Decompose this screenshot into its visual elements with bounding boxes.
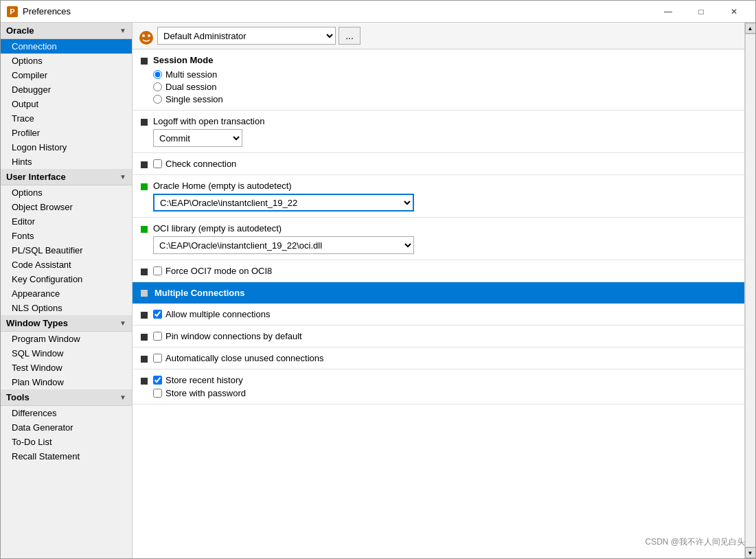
title-bar: P Preferences — □ ✕: [1, 1, 755, 23]
logoff-indicator: [141, 119, 148, 126]
sidebar-item-plan-window[interactable]: Plan Window: [1, 375, 132, 389]
sidebar-item-output[interactable]: Output: [1, 97, 132, 111]
store-history-section: Store recent history Store with password: [133, 369, 744, 404]
sidebar-items-oracle: Connection Options Compiler Debugger Out…: [1, 39, 132, 169]
sidebar-item-data-generator[interactable]: Data Generator: [1, 420, 132, 435]
close-button[interactable]: ✕: [718, 1, 750, 23]
sidebar-section-user-interface[interactable]: User Interface ▼: [1, 169, 132, 185]
oci-library-select[interactable]: C:\EAP\Oracle\instantclient_19_22\oci.dl…: [153, 236, 414, 254]
sidebar-item-to-do-list[interactable]: To-Do List: [1, 435, 132, 449]
sidebar-item-logon-history[interactable]: Logon History: [1, 140, 132, 155]
force-oci7-checkbox-label[interactable]: Force OCI7 mode on OCI8: [153, 266, 736, 276]
sidebar-item-test-window[interactable]: Test Window: [1, 361, 132, 375]
oci-library-label: OCI library (empty is autodetect): [153, 223, 736, 233]
panel-content: Session Mode Multi session Dual session: [133, 49, 744, 558]
connection-toolbar: Default Administrator ...: [133, 23, 744, 49]
radio-multi-session-input[interactable]: [153, 70, 162, 79]
logoff-select[interactable]: Commit Rollback Ask: [153, 129, 242, 147]
sidebar-section-window-types[interactable]: Window Types ▼: [1, 315, 132, 332]
sidebar-item-fonts[interactable]: Fonts: [1, 229, 132, 243]
sidebar-item-key-configuration[interactable]: Key Configuration: [1, 272, 132, 286]
store-history-checkbox-label[interactable]: Store recent history: [153, 375, 736, 385]
logoff-section: Logoff with open transaction Commit Roll…: [133, 111, 744, 153]
radio-single-session[interactable]: Single session: [153, 94, 736, 104]
sidebar-item-plsql-beautifier[interactable]: PL/SQL Beautifier: [1, 243, 132, 258]
logoff-body: Logoff with open transaction Commit Roll…: [153, 116, 736, 147]
pin-window-checkbox-label[interactable]: Pin window connections by default: [153, 331, 736, 341]
sidebar-item-nls-options[interactable]: NLS Options: [1, 301, 132, 315]
sidebar-items-window-types: Program Window SQL Window Test Window Pl…: [1, 332, 132, 389]
sidebar-item-debugger[interactable]: Debugger: [1, 82, 132, 97]
connection-icon: [138, 30, 150, 42]
sidebar-item-compiler[interactable]: Compiler: [1, 68, 132, 82]
oracle-home-body: Oracle Home (empty is autodetect) C:\EAP…: [153, 181, 736, 212]
allow-multiple-indicator: [141, 312, 148, 319]
sidebar-item-code-assistant[interactable]: Code Assistant: [1, 258, 132, 272]
svg-text:P: P: [10, 8, 14, 16]
pin-window-indicator: [141, 334, 148, 341]
oci-library-indicator: [141, 226, 148, 233]
sidebar-item-options[interactable]: Options: [1, 54, 132, 68]
sidebar-item-sql-window[interactable]: SQL Window: [1, 346, 132, 361]
sidebar-item-program-window[interactable]: Program Window: [1, 332, 132, 346]
multiple-connections-header: Multiple Connections: [133, 282, 744, 304]
sidebar-section-oracle[interactable]: Oracle ▼: [1, 23, 132, 39]
force-oci7-checkbox[interactable]: [153, 266, 162, 275]
radio-single-session-input[interactable]: [153, 95, 162, 104]
scrollbar-track[interactable]: [745, 34, 756, 547]
sidebar-item-object-browser[interactable]: Object Browser: [1, 200, 132, 214]
auto-close-checkbox[interactable]: [153, 354, 162, 363]
oci-library-section: OCI library (empty is autodetect) C:\EAP…: [133, 218, 744, 260]
content-area: Oracle ▼ Connection Options Compiler Deb…: [1, 23, 755, 558]
options-button[interactable]: ...: [339, 27, 360, 45]
auto-close-indicator: [141, 356, 148, 363]
auto-close-checkbox-label[interactable]: Automatically close unused connections: [153, 353, 736, 363]
sidebar-item-editor[interactable]: Editor: [1, 214, 132, 229]
store-history-body: Store recent history Store with password: [153, 375, 736, 398]
pin-window-checkbox[interactable]: [153, 332, 162, 341]
check-connection-checkbox-label[interactable]: Check connection: [153, 159, 736, 169]
session-mode-section: Session Mode Multi session Dual session: [133, 49, 744, 111]
check-connection-indicator: [141, 161, 148, 168]
force-oci7-section: Force OCI7 mode on OCI8: [133, 260, 744, 282]
sidebar-item-differences[interactable]: Differences: [1, 406, 132, 420]
sidebar-item-trace[interactable]: Trace: [1, 111, 132, 126]
sidebar-section-tools[interactable]: Tools ▼: [1, 389, 132, 406]
scrollbar-down-button[interactable]: ▼: [745, 547, 756, 558]
scrollbar-up-button[interactable]: ▲: [745, 23, 756, 34]
window-controls: — □ ✕: [652, 1, 750, 23]
oracle-home-select[interactable]: C:\EAP\Oracle\instantclient_19_22: [153, 194, 414, 212]
sidebar-item-hints[interactable]: Hints: [1, 155, 132, 169]
store-password-checkbox-label[interactable]: Store with password: [153, 388, 736, 398]
sidebar-item-appearance[interactable]: Appearance: [1, 286, 132, 301]
window-title: Preferences: [23, 6, 652, 16]
ui-arrow-icon: ▼: [119, 173, 126, 181]
sidebar-items-ui: Options Object Browser Editor Fonts PL/S…: [1, 185, 132, 315]
auto-close-section: Automatically close unused connections: [133, 347, 744, 369]
check-connection-body: Check connection: [153, 159, 736, 169]
sidebar-item-recall-statement[interactable]: Recall Statement: [1, 449, 132, 464]
connection-profile-select[interactable]: Default Administrator: [157, 27, 336, 45]
preferences-window: P Preferences — □ ✕ Oracle ▼ Connection …: [0, 0, 756, 559]
store-password-checkbox[interactable]: [153, 389, 162, 398]
check-connection-checkbox[interactable]: [153, 159, 162, 168]
maximize-button[interactable]: □: [685, 1, 717, 23]
allow-multiple-checkbox-label[interactable]: Allow multiple connections: [153, 309, 736, 319]
oracle-home-indicator: [141, 183, 148, 190]
radio-multi-session[interactable]: Multi session: [153, 69, 736, 80]
app-icon: P: [6, 5, 19, 18]
allow-multiple-section: Allow multiple connections: [133, 304, 744, 326]
minimize-button[interactable]: —: [652, 1, 684, 23]
watermark: CSDN @我不许人间见白头: [645, 536, 745, 548]
force-oci7-indicator: [141, 269, 148, 275]
store-history-checkbox[interactable]: [153, 376, 162, 385]
radio-dual-session-input[interactable]: [153, 82, 162, 91]
main-scrollbar: ▲ ▼: [744, 23, 755, 558]
allow-multiple-checkbox[interactable]: [153, 310, 162, 319]
sidebar-item-ui-options[interactable]: Options: [1, 185, 132, 200]
radio-dual-session[interactable]: Dual session: [153, 82, 736, 92]
sidebar-item-connection[interactable]: Connection: [1, 39, 132, 54]
sidebar-item-profiler[interactable]: Profiler: [1, 126, 132, 140]
store-history-indicator: [141, 378, 148, 385]
main-panel: Default Administrator ... Session Mode M…: [133, 23, 744, 558]
